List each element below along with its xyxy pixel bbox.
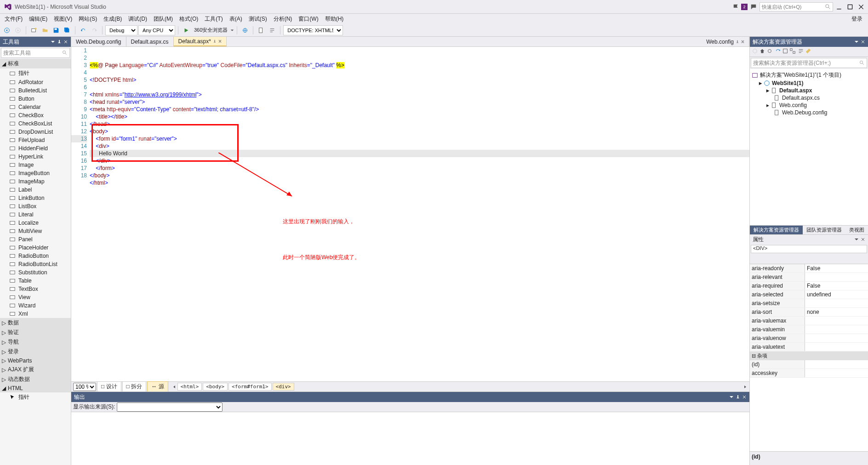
open-file-button[interactable] bbox=[40, 25, 50, 35]
minimize-icon[interactable] bbox=[836, 4, 842, 10]
output-body[interactable] bbox=[71, 412, 749, 465]
code-content[interactable]: <%@ Page Language="C#" AutoEventWireup="… bbox=[90, 47, 749, 381]
close-icon[interactable] bbox=[742, 395, 747, 399]
menu-table[interactable]: 表(A) bbox=[227, 14, 245, 24]
tab-default-aspx[interactable]: Default.aspx*× bbox=[174, 37, 227, 46]
tree-item[interactable]: Default.aspx.cs bbox=[752, 94, 866, 102]
flag-icon[interactable] bbox=[733, 4, 739, 10]
property-row[interactable]: aria-setsize bbox=[750, 299, 868, 308]
tree-item[interactable]: ▸Default.aspx bbox=[752, 87, 866, 94]
feedback-icon[interactable] bbox=[750, 4, 757, 10]
property-row[interactable]: aria-sortnone bbox=[750, 308, 868, 317]
tab-default-aspx-cs[interactable]: Default.aspx.cs bbox=[126, 37, 174, 46]
notification-badge[interactable]: 2 bbox=[741, 4, 748, 10]
toolbox-item[interactable]: RadioButtonList bbox=[0, 260, 71, 268]
toolbox-item[interactable]: ListBox bbox=[0, 202, 71, 210]
toolbox-item[interactable]: View bbox=[0, 293, 71, 301]
menu-window[interactable]: 窗口(W) bbox=[296, 14, 321, 24]
toolbox-item[interactable]: AdRotator bbox=[0, 78, 71, 86]
tab-class-view[interactable]: 类视图 bbox=[845, 226, 868, 234]
toolbox-item[interactable]: 指针 bbox=[0, 68, 71, 78]
toolbox-group[interactable]: ▷ 导航 bbox=[0, 337, 71, 347]
toolbox-item[interactable]: HyperLink bbox=[0, 153, 71, 161]
design-view-button[interactable]: □ 设计 bbox=[97, 381, 121, 392]
toolbox-item[interactable]: LinkButton bbox=[0, 194, 71, 202]
close-icon[interactable] bbox=[861, 237, 865, 242]
toolbox-group[interactable]: ▷ 数据 bbox=[0, 318, 71, 328]
toolbox-item[interactable]: Button bbox=[0, 95, 71, 103]
toolbox-group[interactable]: ▷ 动态数据 bbox=[0, 374, 71, 384]
toolbox-item[interactable]: 指针 bbox=[0, 392, 71, 402]
toolbox-group[interactable]: ▷ 登录 bbox=[0, 347, 71, 357]
chevron-down-icon[interactable] bbox=[230, 28, 234, 32]
property-row[interactable]: aria-valuenow bbox=[750, 334, 868, 343]
toolbox-group[interactable]: ▷ AJAX 扩展 bbox=[0, 365, 71, 374]
home-button[interactable] bbox=[759, 48, 765, 56]
pin-icon[interactable] bbox=[736, 40, 739, 44]
toolbox-item[interactable]: FileUpload bbox=[0, 136, 71, 144]
menu-analyze[interactable]: 分析(N) bbox=[271, 14, 295, 24]
properties-grid[interactable]: aria-readonlyFalsearia-relevantaria-requ… bbox=[750, 264, 868, 451]
close-icon[interactable] bbox=[858, 4, 864, 10]
toolbox-item[interactable]: ImageButton bbox=[0, 169, 71, 177]
maximize-icon[interactable] bbox=[847, 4, 853, 10]
close-icon[interactable]: × bbox=[741, 39, 744, 45]
menu-edit[interactable]: 编辑(E) bbox=[26, 14, 50, 24]
breadcrumb-form[interactable]: <form#form1> bbox=[228, 383, 271, 391]
chevron-down-icon[interactable] bbox=[854, 40, 859, 44]
toolbox-item[interactable]: CheckBox bbox=[0, 111, 71, 119]
toolbox-item[interactable]: Label bbox=[0, 186, 71, 194]
property-row[interactable]: accesskey bbox=[750, 369, 868, 378]
close-icon[interactable]: × bbox=[218, 38, 222, 45]
menu-build[interactable]: 生成(B) bbox=[101, 14, 125, 24]
toolbox-item[interactable]: BulletedList bbox=[0, 86, 71, 95]
breadcrumb-html[interactable]: <html> bbox=[177, 383, 202, 391]
tree-item[interactable]: Web.Debug.config bbox=[752, 109, 866, 116]
nav-right-icon[interactable] bbox=[743, 385, 748, 389]
toolbox-item[interactable]: Localize bbox=[0, 219, 71, 227]
toolbox-item[interactable]: PlaceHolder bbox=[0, 244, 71, 252]
tab-web-config[interactable]: Web.config× bbox=[702, 37, 749, 46]
navigate-fwd-button[interactable] bbox=[13, 25, 23, 35]
login-link[interactable]: 登录 bbox=[851, 15, 866, 23]
wrench-button[interactable] bbox=[805, 48, 811, 56]
pin-icon[interactable] bbox=[736, 395, 740, 399]
menu-view[interactable]: 视图(V) bbox=[51, 14, 75, 24]
breadcrumb-div[interactable]: <div> bbox=[273, 383, 294, 391]
toolbox-item[interactable]: CheckBoxList bbox=[0, 119, 71, 128]
config-dropdown[interactable]: Debug bbox=[105, 25, 137, 35]
property-category[interactable]: ⊟ 杂项 bbox=[750, 352, 868, 360]
menu-file[interactable]: 文件(F) bbox=[2, 14, 25, 24]
toolbox-item[interactable]: Table bbox=[0, 277, 71, 285]
property-row[interactable]: aria-valuetext bbox=[750, 343, 868, 352]
menu-format[interactable]: 格式(O) bbox=[177, 14, 201, 24]
nav-left-icon[interactable] bbox=[172, 385, 177, 389]
navigate-back-button[interactable] bbox=[2, 25, 12, 35]
chevron-down-icon[interactable] bbox=[854, 237, 859, 242]
property-row[interactable]: aria-readonlyFalse bbox=[750, 264, 868, 273]
toolbox-item[interactable]: Panel bbox=[0, 235, 71, 244]
toolbox-item[interactable]: Calendar bbox=[0, 103, 71, 111]
solution-tree[interactable]: 解决方案"WebSite1(1)"(1 个项目) ▸ WebSite1(1) ▸… bbox=[750, 69, 868, 225]
save-all-button[interactable] bbox=[62, 25, 72, 35]
property-row[interactable]: aria-valuemax bbox=[750, 317, 868, 325]
tab-web-debug-config[interactable]: Web.Debug.config bbox=[71, 37, 126, 46]
toolbox-item[interactable]: MultiView bbox=[0, 227, 71, 235]
chevron-down-icon[interactable] bbox=[51, 40, 55, 44]
menu-help[interactable]: 帮助(H) bbox=[322, 14, 347, 24]
pin-icon[interactable] bbox=[57, 40, 62, 44]
pin-icon[interactable] bbox=[213, 40, 217, 43]
toolbox-group[interactable]: ▷ WebParts bbox=[0, 357, 71, 365]
property-row[interactable]: aria-requiredFalse bbox=[750, 282, 868, 290]
menu-website[interactable]: 网站(S) bbox=[76, 14, 100, 24]
toolbox-item[interactable]: Image bbox=[0, 161, 71, 169]
menu-debug[interactable]: 调试(D) bbox=[126, 14, 150, 24]
doctype-dropdown[interactable]: DOCTYPE: XHTML5 bbox=[283, 25, 343, 35]
browser-link-button[interactable] bbox=[240, 25, 250, 35]
chevron-down-icon[interactable] bbox=[729, 395, 734, 399]
properties-element[interactable]: <DIV> bbox=[751, 245, 867, 253]
collapse-button[interactable] bbox=[782, 48, 788, 56]
code-editor[interactable]: 123456789101112131415161718 <%@ Page Lan… bbox=[71, 47, 749, 381]
comment-button[interactable] bbox=[267, 25, 277, 35]
show-all-button[interactable] bbox=[789, 48, 796, 56]
